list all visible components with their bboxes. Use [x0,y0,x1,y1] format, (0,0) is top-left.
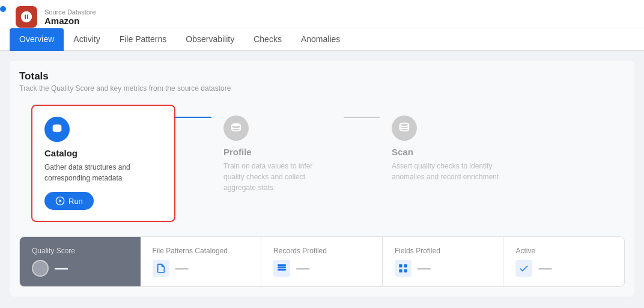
metrics-row: Quality Score — File Patterns Cataloged … [19,236,625,287]
run-button[interactable]: Run [44,192,94,210]
active-label: Active [515,247,612,255]
scan-step-name: Scan [392,147,500,157]
metric-fields-profiled: Fields Profiled — [383,237,504,286]
nav-tabs: Overview Activity File Patterns Observab… [0,28,644,51]
fields-profiled-value: — [418,260,431,276]
datastore-logo [16,6,37,28]
play-icon [55,196,65,206]
connector-2 [344,117,380,118]
file-patterns-value: — [175,260,189,276]
metric-active: Active — [503,237,624,286]
section-title: Totals [19,70,625,82]
tab-file-patterns[interactable]: File Patterns [110,28,177,50]
quality-score-label: Quality Score [32,247,129,255]
metric-records-profiled: Records Profiled — [261,237,383,286]
metric-quality-score: Quality Score — [20,237,141,286]
active-value: — [538,260,551,276]
catalog-step-desc: Gather data structures and corresponding… [44,162,162,183]
checkmark-icon [518,263,529,274]
svg-point-3 [232,123,241,127]
svg-point-4 [400,123,409,127]
tab-checks[interactable]: Checks [244,28,291,50]
scan-icon [392,116,417,141]
source-label: Source Datastore [44,8,96,16]
records-profiled-value: — [296,260,309,276]
scan-db-icon [398,122,411,135]
fields-profiled-label: Fields Profiled [395,247,491,255]
main-content: Totals Track the Quality Score and key m… [0,51,644,306]
quality-score-value: — [55,260,68,276]
active-icon [515,260,532,277]
profile-step-name: Profile [223,147,332,157]
datastore-name: Amazon [44,16,96,26]
pipeline-steps: Catalog Gather data structures and corre… [19,105,625,222]
table-rows-icon [276,263,287,274]
catalog-icon [44,117,70,142]
connector-1 [175,117,211,118]
file-patterns-label: File Patterns Cataloged [153,247,249,255]
step-catalog: Catalog Gather data structures and corre… [31,105,175,222]
profile-step-desc: Train on data values to infer quality ch… [223,161,332,193]
grid-icon [398,263,409,274]
quality-score-circle [32,260,49,277]
database-icon [50,123,64,136]
scan-step-desc: Assert quality checks to identify anomal… [392,161,500,182]
catalog-step-name: Catalog [44,148,162,158]
profile-db-icon [229,122,243,135]
records-icon [273,260,290,277]
tab-anomalies[interactable]: Anomalies [291,28,350,50]
records-profiled-label: Records Profiled [273,247,370,255]
profile-icon [223,116,249,141]
tab-activity[interactable]: Activity [64,28,109,50]
fields-icon [395,260,412,277]
file-doc-icon [156,263,166,274]
status-indicator [0,6,6,12]
svg-marker-2 [59,199,62,202]
run-label: Run [68,197,83,206]
step-profile: Profile Train on data values to infer qu… [211,105,344,204]
tab-observability[interactable]: Observability [176,28,244,50]
step-scan: Scan Assert quality checks to identify a… [380,105,512,193]
section-subtitle: Track the Quality Score and key metrics … [19,84,625,93]
totals-section: Totals Track the Quality Score and key m… [10,61,634,297]
amazon-icon [20,10,33,23]
file-icon [153,260,169,277]
tab-overview[interactable]: Overview [10,28,64,51]
datastore-title: Source Datastore Amazon [44,8,96,26]
metric-file-patterns: File Patterns Cataloged — [141,237,262,286]
